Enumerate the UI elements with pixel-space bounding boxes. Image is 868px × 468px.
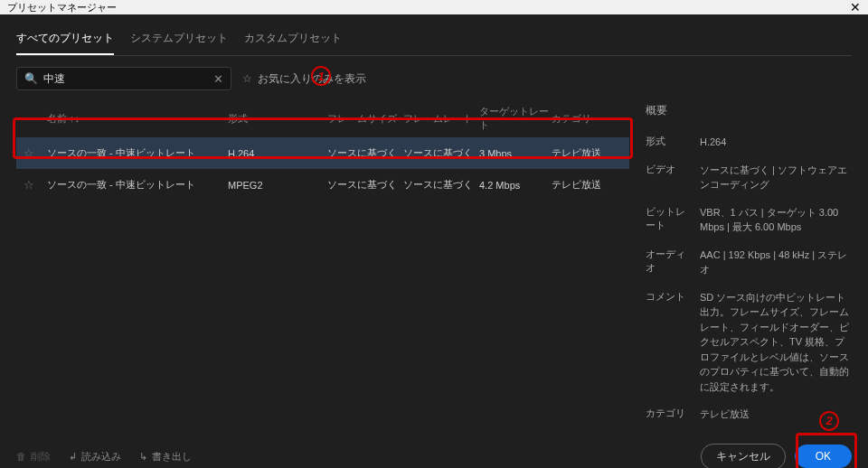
tab-custom-presets[interactable]: カスタムプリセット — [244, 25, 342, 55]
row-name: ソースの一致 - 中速ビットレート — [47, 146, 228, 160]
tab-all-label: すべてのプリセット — [16, 32, 114, 44]
preset-list-pane: 名前 ↑↓ 形式 フレームサイズ フレームレート ターゲットレート カテゴリ ☆… — [16, 99, 629, 435]
row-category: テレビ放送 — [552, 178, 615, 192]
summary-format-label: 形式 — [646, 135, 691, 150]
summary-comment: コメント SD ソース向けの中ビットレート出力。フレームサイズ、フレームレート、… — [646, 290, 852, 395]
table-row[interactable]: ☆ ソースの一致 - 中速ビットレート H.264 ソースに基づく ソースに基づ… — [16, 137, 629, 169]
summary-audio-value: AAC | 192 Kbps | 48 kHz | ステレオ — [700, 248, 852, 277]
row-targetrate: 3 Mbps — [479, 148, 552, 159]
tab-all-presets[interactable]: すべてのプリセット — [16, 25, 114, 55]
summary-audio: オーディオ AAC | 192 Kbps | 48 kHz | ステレオ — [646, 248, 852, 277]
row-format: H.264 — [228, 148, 327, 159]
col-category-header[interactable]: カテゴリ — [552, 112, 615, 126]
summary-video-label: ビデオ — [646, 163, 691, 192]
summary-category-value: テレビ放送 — [700, 407, 750, 422]
summary-title: 概要 — [646, 99, 852, 118]
window-titlebar: プリセットマネージャー ✕ — [0, 0, 868, 14]
tab-custom-label: カスタムプリセット — [244, 32, 342, 44]
cancel-button[interactable]: キャンセル — [701, 444, 786, 469]
tab-system-presets[interactable]: システムプリセット — [130, 25, 228, 55]
delete-button: 🗑 削除 — [16, 450, 51, 463]
window-title: プリセットマネージャー — [7, 1, 117, 14]
main-area: 名前 ↑↓ 形式 フレームサイズ フレームレート ターゲットレート カテゴリ ☆… — [16, 99, 852, 435]
footer-right: キャンセル OK — [701, 444, 852, 469]
export-icon: ↳ — [139, 451, 147, 463]
summary-comment-label: コメント — [646, 290, 691, 395]
ok-label: OK — [816, 450, 831, 463]
delete-label: 削除 — [31, 450, 51, 463]
star-icon: ☆ — [242, 72, 252, 85]
content-area: すべてのプリセット システムプリセット カスタムプリセット 🔍 ✕ ☆ お気に入… — [0, 14, 868, 468]
row-framerate: ソースに基づく — [403, 178, 479, 192]
col-framesize-header[interactable]: フレームサイズ — [327, 112, 403, 126]
tab-system-label: システムプリセット — [130, 32, 228, 44]
row-star[interactable]: ☆ — [24, 146, 47, 160]
star-icon: ☆ — [24, 178, 34, 192]
preset-manager-window: プリセットマネージャー ✕ すべてのプリセット システムプリセット カスタムプリ… — [0, 0, 868, 468]
import-button[interactable]: ↲ 読み込み — [69, 450, 121, 463]
footer: 🗑 削除 ↲ 読み込み ↳ 書き出し キャンセル OK 2 — [16, 444, 852, 469]
search-row: 🔍 ✕ ☆ お気に入りのみを表示 1 — [16, 67, 852, 90]
summary-format: 形式 H.264 — [646, 135, 852, 150]
table-row[interactable]: ☆ ソースの一致 - 中速ビットレート MPEG2 ソースに基づく ソースに基づ… — [16, 169, 629, 201]
summary-category: カテゴリ テレビ放送 — [646, 407, 852, 422]
ok-button[interactable]: OK — [795, 445, 852, 468]
col-targetrate-header[interactable]: ターゲットレート — [479, 105, 552, 132]
row-targetrate: 4.2 Mbps — [479, 180, 552, 191]
row-name: ソースの一致 - 中速ビットレート — [47, 178, 228, 192]
search-input[interactable] — [43, 72, 213, 85]
close-icon[interactable]: ✕ — [850, 0, 861, 14]
tab-bar: すべてのプリセット システムプリセット カスタムプリセット — [16, 25, 852, 56]
column-headers: 名前 ↑↓ 形式 フレームサイズ フレームレート ターゲットレート カテゴリ — [16, 99, 629, 137]
row-framesize: ソースに基づく — [327, 146, 403, 160]
summary-bitrate-value: VBR、1 パス | ターゲット 3.00 Mbps | 最大 6.00 Mbp… — [700, 205, 852, 235]
import-label: 読み込み — [81, 450, 121, 463]
export-label: 書き出し — [152, 450, 192, 463]
row-format: MPEG2 — [228, 180, 327, 191]
favorites-toggle[interactable]: ☆ お気に入りのみを表示 — [242, 71, 366, 87]
favorites-label: お気に入りのみを表示 — [258, 71, 366, 87]
col-name-header[interactable]: 名前 ↑↓ — [47, 112, 228, 126]
summary-video-value: ソースに基づく | ソフトウェアエンコーディング — [700, 163, 852, 192]
col-framerate-header[interactable]: フレームレート — [403, 112, 479, 126]
trash-icon: 🗑 — [16, 451, 26, 462]
row-framerate: ソースに基づく — [403, 146, 479, 160]
cancel-label: キャンセル — [716, 450, 770, 463]
summary-category-label: カテゴリ — [646, 407, 691, 422]
summary-bitrate-label: ビットレート — [646, 205, 691, 235]
row-framesize: ソースに基づく — [327, 178, 403, 192]
summary-comment-value: SD ソース向けの中ビットレート出力。フレームサイズ、フレームレート、フィールド… — [700, 290, 852, 395]
search-box[interactable]: 🔍 ✕ — [16, 67, 231, 90]
search-icon: 🔍 — [24, 72, 38, 85]
row-star[interactable]: ☆ — [24, 178, 47, 192]
summary-format-value: H.264 — [700, 135, 726, 150]
star-icon: ☆ — [24, 146, 34, 160]
summary-pane: 概要 形式 H.264 ビデオ ソースに基づく | ソフトウェアエンコーディング… — [646, 99, 852, 435]
summary-bitrate: ビットレート VBR、1 パス | ターゲット 3.00 Mbps | 最大 6… — [646, 205, 852, 235]
row-category: テレビ放送 — [552, 146, 615, 160]
clear-search-icon[interactable]: ✕ — [213, 72, 223, 86]
summary-video: ビデオ ソースに基づく | ソフトウェアエンコーディング — [646, 163, 852, 192]
col-format-header[interactable]: 形式 — [228, 112, 327, 126]
import-icon: ↲ — [69, 451, 77, 463]
footer-left: 🗑 削除 ↲ 読み込み ↳ 書き出し — [16, 450, 192, 463]
summary-audio-label: オーディオ — [646, 248, 691, 277]
export-button[interactable]: ↳ 書き出し — [139, 450, 192, 463]
